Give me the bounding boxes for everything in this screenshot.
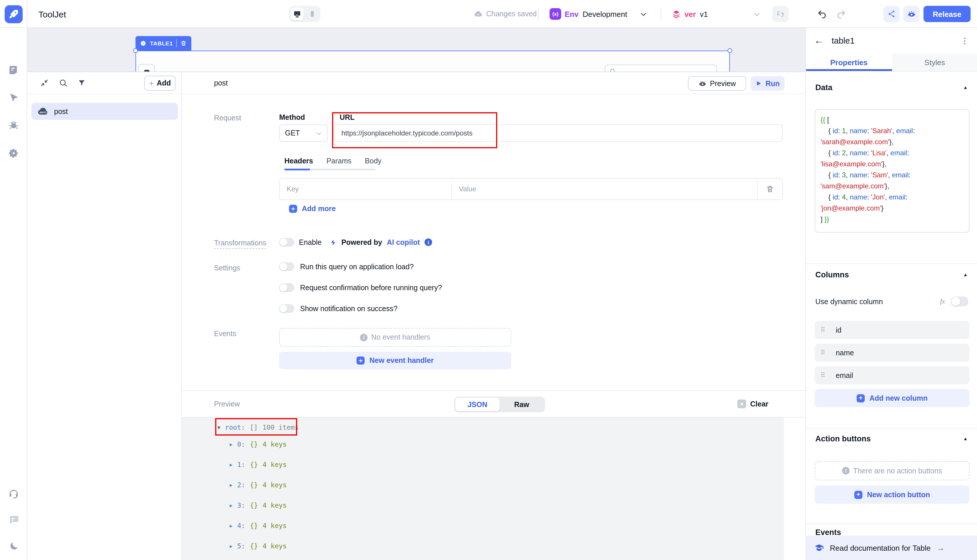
add-more-button[interactable]: + Add more xyxy=(289,205,336,213)
release-button[interactable]: Release xyxy=(924,6,970,22)
tab-body[interactable]: Body xyxy=(365,157,382,165)
run-on-load-toggle[interactable] xyxy=(279,262,294,271)
notification-toggle[interactable] xyxy=(279,304,294,313)
json-tree-item[interactable]: ▶2:{}4 keys xyxy=(230,480,287,490)
tab-headers[interactable]: Headers xyxy=(284,157,313,165)
logo-cell[interactable] xyxy=(0,0,27,28)
info-icon[interactable]: i xyxy=(425,238,432,246)
new-event-handler-button[interactable]: + New event handler xyxy=(279,352,511,369)
collapse-caret-icon[interactable]: ▲ xyxy=(963,436,968,442)
debugger-bug-icon[interactable] xyxy=(0,116,27,134)
tab-styles[interactable]: Styles xyxy=(892,53,977,71)
collapse-triangle-icon[interactable]: ▼ xyxy=(217,425,220,430)
column-row-email[interactable]: ⠿email xyxy=(815,367,969,384)
env-chevron-down-icon[interactable] xyxy=(640,0,647,28)
version-selector[interactable]: ver v1 xyxy=(672,0,708,28)
undo-button[interactable] xyxy=(817,0,827,28)
resize-handle[interactable] xyxy=(727,48,732,53)
json-tree-item[interactable]: ▶0:{}4 keys xyxy=(230,440,287,449)
tab-properties[interactable]: Properties xyxy=(806,53,892,71)
headers-key-value-row: Key Value xyxy=(279,178,783,200)
confirmation-toggle[interactable] xyxy=(279,283,294,292)
ai-copilot-link[interactable]: AI copilot xyxy=(387,238,420,246)
search-icon[interactable] xyxy=(59,78,67,87)
inspector-pointer-icon[interactable] xyxy=(0,88,27,106)
divider xyxy=(661,8,661,20)
json-tree-item[interactable]: ▶4:{}4 keys xyxy=(230,521,287,530)
drag-handle-icon[interactable]: ⠿ xyxy=(820,326,825,334)
json-tree-item[interactable]: ▶1:{}4 keys xyxy=(230,460,287,469)
table-toolbar-button[interactable] xyxy=(138,64,155,72)
expand-triangle-icon[interactable]: ▶ xyxy=(230,482,233,488)
preview-tab-raw[interactable]: Raw xyxy=(500,398,544,411)
widget-delete-trash-icon[interactable] xyxy=(180,40,187,47)
enable-transformations-toggle[interactable] xyxy=(279,238,294,247)
expand-triangle-icon[interactable]: ▶ xyxy=(230,442,233,447)
version-chevron-down-icon[interactable] xyxy=(753,0,761,28)
drag-handle-icon[interactable]: ⠿ xyxy=(820,372,825,379)
support-headset-icon[interactable] xyxy=(0,485,27,502)
filter-icon[interactable] xyxy=(77,78,86,87)
plus-icon: + xyxy=(149,78,154,88)
svg-text:{REST}: {REST} xyxy=(40,111,47,113)
preview-tab-json[interactable]: JSON xyxy=(455,398,500,411)
json-tree-item[interactable]: ▶5:{}4 keys xyxy=(230,542,287,551)
header-key-input[interactable]: Key xyxy=(280,178,452,200)
add-new-column-button[interactable]: + Add new column xyxy=(815,389,969,407)
data-section-title: Data xyxy=(815,83,832,92)
query-run-button[interactable]: Run xyxy=(751,76,785,91)
query-preview-button[interactable]: Preview xyxy=(688,76,746,91)
collapse-caret-icon[interactable]: ▲ xyxy=(963,272,968,277)
url-input[interactable]: https://jsonplaceholder.typicode.com/pos… xyxy=(334,125,783,142)
info-icon: i xyxy=(842,467,850,475)
fx-icon[interactable]: fx xyxy=(940,297,945,306)
resize-handle[interactable] xyxy=(133,48,138,53)
json-tree-item[interactable]: ▶3:{}4 keys xyxy=(230,501,287,510)
divider xyxy=(806,428,977,428)
use-dynamic-column-row: Use dynamic column fx xyxy=(815,297,968,307)
share-button[interactable] xyxy=(884,6,900,22)
expand-triangle-icon[interactable]: ▶ xyxy=(230,462,233,467)
back-arrow-icon[interactable]: ← xyxy=(814,35,832,46)
widget-config-gear-icon[interactable] xyxy=(140,40,147,47)
delete-header-trash-icon[interactable] xyxy=(758,178,782,200)
selected-widget-tag[interactable]: TABLE1 xyxy=(135,36,192,51)
expand-triangle-icon[interactable]: ▶ xyxy=(230,523,233,528)
add-query-button[interactable]: + Add xyxy=(144,76,176,91)
preview-json-tree: ▼ root: [] 100 items ▶0:{}4 keys▶1:{}4 k… xyxy=(182,418,784,560)
compare-versions-button[interactable] xyxy=(772,6,789,22)
redo-button[interactable] xyxy=(836,0,846,28)
column-row-id[interactable]: ⠿id xyxy=(815,321,969,339)
desktop-mode-button[interactable] xyxy=(291,8,303,20)
expand-triangle-icon[interactable]: ▶ xyxy=(230,503,233,508)
header-value-input[interactable]: Value xyxy=(452,178,758,200)
device-mode-toggle[interactable] xyxy=(289,6,320,22)
table-data-code-editor[interactable]: {{ [ { id: 1, name: 'Sarah', email:'sara… xyxy=(815,109,969,233)
comments-chat-icon[interactable] xyxy=(0,510,27,528)
method-select[interactable]: GET xyxy=(279,125,328,142)
tab-params[interactable]: Params xyxy=(327,157,352,165)
dynamic-column-toggle[interactable] xyxy=(951,297,968,307)
plus-icon: + xyxy=(357,357,365,365)
json-root-row[interactable]: ▼ root: [] 100 items xyxy=(217,422,298,433)
dark-mode-moon-icon[interactable] xyxy=(0,537,27,555)
settings-gear-icon[interactable] xyxy=(0,144,27,162)
new-action-button[interactable]: + New action button xyxy=(815,485,969,503)
app-canvas[interactable]: TABLE1 xyxy=(27,28,805,72)
expand-triangle-icon[interactable]: ▶ xyxy=(230,543,233,549)
search-icon xyxy=(609,68,616,72)
drag-handle-icon[interactable]: ⠿ xyxy=(820,349,825,357)
environment-selector[interactable]: {x} Env Development xyxy=(550,0,627,28)
documentation-footer[interactable]: Read documentation for Table → xyxy=(806,535,977,560)
collapse-caret-icon[interactable]: ▲ xyxy=(963,85,968,90)
kebab-menu-icon[interactable]: ⋮ xyxy=(961,36,969,45)
preview-app-button[interactable] xyxy=(903,6,919,22)
mobile-mode-button[interactable] xyxy=(306,8,319,20)
table-search-input[interactable] xyxy=(605,65,717,72)
divider xyxy=(806,523,977,524)
pages-icon[interactable] xyxy=(0,61,27,78)
column-row-name[interactable]: ⠿name xyxy=(815,344,969,362)
collapse-panel-icon[interactable] xyxy=(40,78,49,87)
query-list-item-post[interactable]: {REST} post xyxy=(32,103,178,120)
clear-preview-button[interactable]: ✕ Clear xyxy=(737,400,769,408)
